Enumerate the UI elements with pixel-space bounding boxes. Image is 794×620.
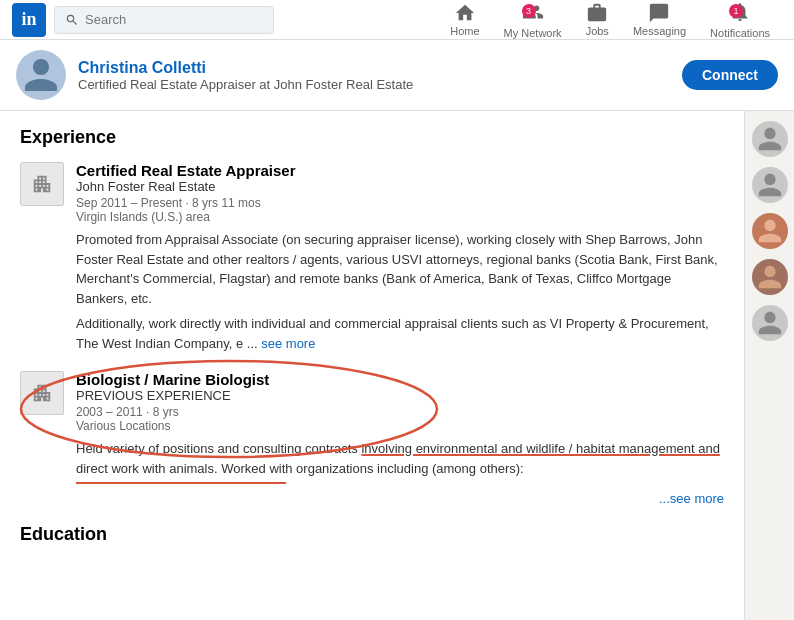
nav-items: Home 3 My Network Jobs Messaging 1 Notif [438,0,782,40]
main-content: Experience Certified Real Estate Apprais… [0,111,794,620]
profile-header: Christina Colletti Certified Real Estate… [0,40,794,111]
sidebar-avatar-1[interactable] [752,121,788,157]
building-icon-1 [31,382,53,404]
nav-network[interactable]: 3 My Network [492,0,574,40]
job-location-1: Various Locations [76,419,724,433]
job-desc-1: Held variety of positions and consulting… [76,439,724,478]
nav-home[interactable]: Home [438,0,491,40]
job-dates-1: 2003 – 2011 · 8 yrs [76,405,724,419]
sidebar-user-icon-1 [756,125,784,153]
jobs-icon [586,2,608,24]
see-more-1[interactable]: ...see more [659,491,724,506]
top-navigation: in Home 3 My Network Jobs Messaging [0,0,794,40]
underline-annotation [76,480,286,486]
building-icon-0 [31,173,53,195]
job-company-0: John Foster Real Estate [76,179,724,194]
experience-details-1: Biologist / Marine Biologist PREVIOUS EX… [76,371,724,506]
nav-jobs[interactable]: Jobs [574,0,621,40]
sidebar-avatar-5[interactable] [752,305,788,341]
nav-home-label: Home [450,25,479,37]
job-location-0: Virgin Islands (U.S.) area [76,210,724,224]
nav-jobs-label: Jobs [586,25,609,37]
sidebar-user-icon-5 [756,309,784,337]
company-logo-1 [20,371,64,415]
search-input[interactable] [85,12,263,27]
sidebar-avatar-4[interactable] [752,259,788,295]
see-more-wrapper-1: ...see more [76,490,724,506]
nav-notifications[interactable]: 1 Notifications [698,0,782,40]
home-icon [454,2,476,24]
experience-item-0: Certified Real Estate Appraiser John Fos… [20,162,724,353]
see-more-0[interactable]: see more [261,336,315,351]
sidebar-avatar-3[interactable] [752,213,788,249]
profile-info: Christina Colletti Certified Real Estate… [78,59,670,92]
connect-button[interactable]: Connect [682,60,778,90]
experience-item-1-wrapper: Biologist / Marine Biologist PREVIOUS EX… [76,371,724,506]
underline-text-1: involving environmental and wildlife / h… [361,441,719,456]
linkedin-logo[interactable]: in [12,3,46,37]
sidebar-user-icon-2 [756,171,784,199]
messaging-icon [648,2,670,24]
nav-messaging[interactable]: Messaging [621,0,698,40]
nav-notifications-label: Notifications [710,27,770,39]
content-area: Experience Certified Real Estate Apprais… [0,111,744,620]
nav-network-label: My Network [504,27,562,39]
job-dates-0: Sep 2011 – Present · 8 yrs 11 mos [76,196,724,210]
job-title-0: Certified Real Estate Appraiser [76,162,724,179]
job-company-1: PREVIOUS EXPERIENCE [76,388,724,403]
job-desc-0: Promoted from Appraisal Associate (on se… [76,230,724,308]
nav-messaging-label: Messaging [633,25,686,37]
network-badge: 3 [522,4,536,18]
right-sidebar [744,111,794,620]
search-bar[interactable] [54,6,274,34]
experience-item-1: Biologist / Marine Biologist PREVIOUS EX… [20,371,724,506]
company-logo-0 [20,162,64,206]
experience-details-0: Certified Real Estate Appraiser John Fos… [76,162,724,353]
job-title-1: Biologist / Marine Biologist [76,371,724,388]
search-icon [65,13,79,27]
sidebar-user-icon-4 [756,263,784,291]
sidebar-avatar-2[interactable] [752,167,788,203]
avatar [16,50,66,100]
sidebar-user-icon-3 [756,217,784,245]
education-section-title: Education [20,524,724,545]
profile-name[interactable]: Christina Colletti [78,59,670,77]
profile-title: Certified Real Estate Appraiser at John … [78,77,670,92]
notifications-badge: 1 [729,4,743,18]
avatar-icon [21,55,61,95]
experience-section-title: Experience [20,127,724,148]
job-desc2-0: Additionally, work directly with individ… [76,314,724,353]
